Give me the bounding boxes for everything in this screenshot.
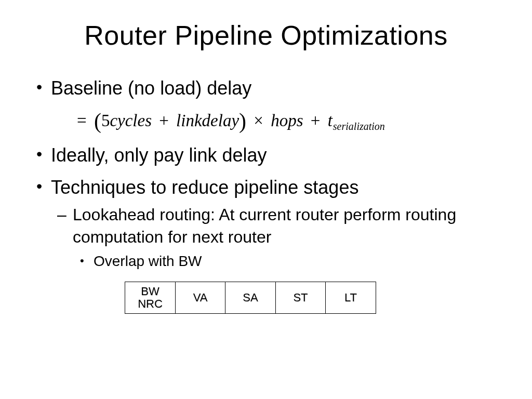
- sub-sub-list: Overlap with BW: [73, 251, 496, 271]
- equation: = (5cycles + linkdelay) × hops + tserial…: [74, 109, 496, 134]
- stage-label: SA: [243, 291, 258, 304]
- bullet-text: Overlap with BW: [94, 253, 202, 269]
- eq-cycles: cycles: [110, 111, 152, 130]
- pipeline-stage-va: VA: [175, 282, 226, 314]
- rparen: ): [239, 109, 246, 133]
- pipeline-stage-lt: LT: [325, 282, 376, 314]
- stage-label: LT: [344, 291, 357, 304]
- pipeline-stage-bw-nrc: BW NRC: [125, 282, 176, 314]
- bullet-text: Baseline (no load) delay: [51, 77, 251, 99]
- plus-2: +: [311, 111, 321, 130]
- eq-linkdelay: linkdelay: [176, 111, 239, 130]
- slide: Router Pipeline Optimizations Baseline (…: [0, 0, 532, 399]
- bullet-list: Baseline (no load) delay: [36, 76, 496, 101]
- bullet-techniques: Techniques to reduce pipeline stages Loo…: [51, 175, 496, 271]
- eq-hops: hops: [271, 111, 303, 130]
- bullet-text: Ideally, only pay link delay: [51, 144, 267, 166]
- pipeline-stage-sa: SA: [225, 282, 276, 314]
- stage-label: ST: [293, 291, 308, 304]
- stage-label: NRC: [138, 298, 163, 310]
- page-title: Router Pipeline Optimizations: [36, 20, 496, 51]
- bullet-text: Lookahead routing: At current router per…: [73, 205, 456, 246]
- lparen: (: [94, 109, 101, 133]
- bullet-overlap: Overlap with BW: [94, 251, 496, 271]
- sub-list: Lookahead routing: At current router per…: [51, 204, 496, 271]
- bullet-lookahead: Lookahead routing: At current router per…: [73, 204, 496, 271]
- bullet-list-2: Ideally, only pay link delay Techniques …: [36, 143, 496, 271]
- eq-t: t: [328, 111, 332, 130]
- bullet-ideally: Ideally, only pay link delay: [51, 143, 496, 168]
- pipeline-stage-st: ST: [275, 282, 326, 314]
- eq-sub-serialization: serialization: [333, 121, 385, 132]
- plus-1: +: [159, 111, 169, 130]
- stage-label: VA: [193, 291, 208, 304]
- eq-num-5: 5: [101, 111, 110, 130]
- pipeline-diagram: BW NRC VA SA ST LT: [125, 282, 496, 314]
- eq-sign: =: [77, 111, 87, 130]
- times: ×: [254, 111, 263, 130]
- bullet-text: Techniques to reduce pipeline stages: [51, 177, 358, 198]
- bullet-baseline: Baseline (no load) delay: [51, 76, 496, 101]
- stage-label: BW: [141, 285, 159, 298]
